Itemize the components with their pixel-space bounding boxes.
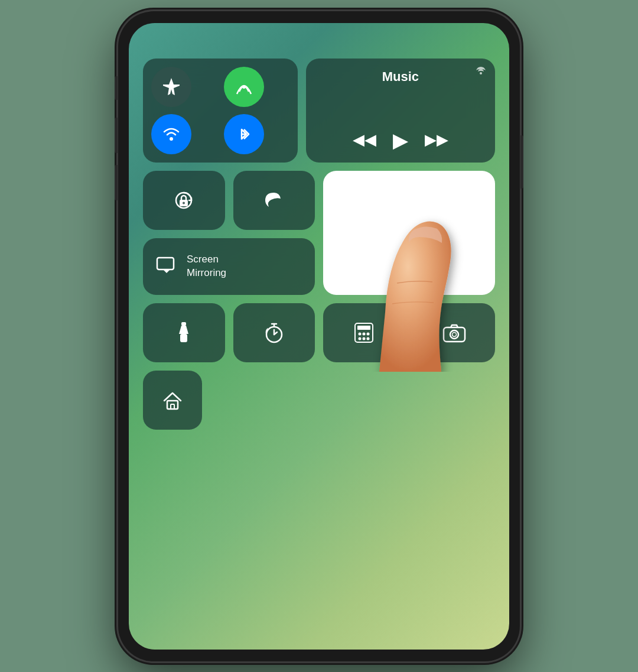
svg-point-22: [359, 332, 362, 335]
svg-point-5: [183, 202, 185, 204]
svg-marker-17: [179, 326, 188, 334]
cellular-button[interactable]: [224, 67, 264, 107]
calculator-button[interactable]: [323, 303, 405, 362]
phone-frame: Music ◀◀ ▶ ▶▶: [118, 11, 520, 661]
svg-point-25: [359, 337, 362, 340]
svg-rect-6: [157, 258, 174, 270]
music-controls: ◀◀ ▶ ▶▶: [318, 128, 483, 152]
svg-rect-16: [181, 322, 186, 326]
airplane-mode-button[interactable]: [151, 67, 191, 107]
flashlight-button[interactable]: [143, 303, 225, 362]
svg-point-24: [367, 332, 370, 335]
wifi-button[interactable]: [151, 114, 191, 154]
bluetooth-button[interactable]: [224, 114, 264, 154]
connectivity-panel: [143, 59, 298, 163]
phone-screen: Music ◀◀ ▶ ▶▶: [129, 23, 509, 650]
camera-button[interactable]: [414, 303, 496, 362]
brightness-icon: [400, 262, 419, 285]
svg-point-26: [363, 337, 366, 340]
svg-point-1: [170, 137, 173, 141]
svg-line-12: [402, 265, 404, 267]
row-middle: ScreenMirroring: [143, 171, 495, 295]
rewind-button[interactable]: ◀◀: [353, 131, 376, 149]
svg-point-7: [405, 268, 414, 276]
row-top: Music ◀◀ ▶ ▶▶: [143, 59, 495, 163]
screen-mirroring-label: ScreenMirroring: [187, 253, 226, 279]
row-homekit: [143, 371, 495, 430]
svg-point-23: [363, 332, 366, 335]
screen-mirror-icon: [156, 257, 177, 277]
svg-rect-28: [444, 327, 465, 342]
brightness-slider[interactable]: [323, 171, 495, 295]
music-title: Music: [318, 69, 483, 85]
do-not-disturb-button[interactable]: [233, 171, 315, 230]
fast-forward-button[interactable]: ▶▶: [425, 131, 448, 149]
control-center: Music ◀◀ ▶ ▶▶: [129, 23, 509, 650]
power-button[interactable]: [520, 135, 523, 189]
svg-rect-21: [357, 326, 370, 330]
svg-point-27: [367, 337, 370, 340]
svg-line-15: [402, 277, 404, 278]
music-panel: Music ◀◀ ▶ ▶▶: [306, 59, 495, 163]
svg-point-2: [480, 72, 482, 74]
silent-switch[interactable]: [115, 76, 118, 100]
svg-rect-18: [180, 334, 187, 342]
svg-point-30: [452, 332, 456, 336]
svg-line-14: [414, 265, 416, 267]
svg-point-29: [450, 330, 458, 339]
play-button[interactable]: ▶: [393, 128, 408, 152]
rotation-lock-button[interactable]: [143, 171, 225, 230]
volume-down-button[interactable]: [115, 165, 118, 200]
timer-button[interactable]: [233, 303, 315, 362]
row-shortcuts: [143, 303, 495, 362]
svg-line-13: [414, 277, 416, 278]
screen-mirroring-button[interactable]: ScreenMirroring: [143, 238, 315, 295]
volume-up-button[interactable]: [115, 118, 118, 153]
homekit-button[interactable]: [143, 371, 202, 430]
